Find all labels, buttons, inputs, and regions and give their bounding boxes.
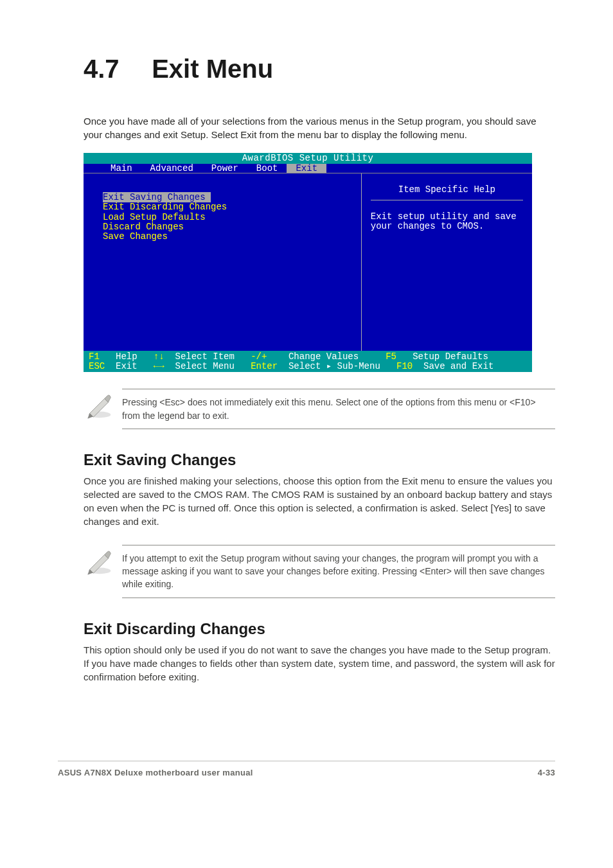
- sub-exit-discarding: Exit Discarding Changes This option shou…: [0, 620, 613, 684]
- note-2: If you attempt to exit the Setup program…: [0, 545, 613, 598]
- bios-screenshot: AwardBIOS Setup Utility Main Advanced Po…: [84, 153, 532, 372]
- tab-exit[interactable]: Exit: [287, 164, 326, 173]
- bios-menu-tabs: Main Advanced Power Boot Exit: [84, 164, 532, 173]
- subheading-exit-discarding: Exit Discarding Changes: [84, 620, 555, 638]
- bios-legend: F1 Help ↑↓ Select Item -/+ Change Values…: [84, 351, 532, 372]
- footer-left: ASUS A7N8X Deluxe motherboard user manua…: [58, 768, 253, 777]
- bios-menu-list: Exit Saving Changes Exit Discarding Chan…: [84, 173, 362, 351]
- tab-boot[interactable]: Boot: [247, 164, 287, 173]
- bios-title: AwardBIOS Setup Utility: [84, 153, 532, 164]
- bios-item-exit-discarding[interactable]: Exit Discarding Changes: [103, 202, 361, 212]
- tab-power[interactable]: Power: [202, 164, 247, 173]
- bios-item-load-defaults[interactable]: Load Setup Defaults: [103, 213, 361, 222]
- note-2-text: If you attempt to exit the Setup program…: [122, 545, 555, 598]
- footer-right: 4-33: [538, 768, 555, 777]
- pen-note-icon: [84, 545, 122, 598]
- tab-main[interactable]: Main: [102, 164, 141, 173]
- note-1-text: Pressing <Esc> does not immediately exit…: [122, 389, 555, 429]
- tab-advanced[interactable]: Advanced: [141, 164, 202, 173]
- intro-paragraph: Once you have made all of your selection…: [0, 114, 613, 153]
- subbody-exit-discarding: This option should only be used if you d…: [84, 643, 555, 684]
- bios-help-body: Exit setup utility and save your changes…: [371, 212, 523, 231]
- subbody-exit-saving: Once you are finished making your select…: [84, 474, 555, 528]
- pen-note-icon: [84, 389, 122, 429]
- note-1: Pressing <Esc> does not immediately exit…: [0, 389, 613, 429]
- bios-item-discard-changes[interactable]: Discard Changes: [103, 222, 361, 232]
- bios-item-exit-saving[interactable]: Exit Saving Changes: [103, 193, 361, 202]
- bios-help-panel: Item Specific Help Exit setup utility an…: [362, 173, 532, 351]
- sub-exit-saving: Exit Saving Changes Once you are finishe…: [0, 451, 613, 528]
- heading-title: Exit Menu: [152, 55, 273, 83]
- subheading-exit-saving: Exit Saving Changes: [84, 451, 555, 469]
- bios-help-title: Item Specific Help: [371, 182, 523, 200]
- page-footer: ASUS A7N8X Deluxe motherboard user manua…: [58, 761, 555, 803]
- bios-item-save-changes[interactable]: Save Changes: [103, 232, 361, 242]
- heading-number: 4.7: [84, 55, 120, 83]
- bios-body: Exit Saving Changes Exit Discarding Chan…: [84, 173, 532, 351]
- page-heading: 4.7 Exit Menu: [0, 55, 613, 114]
